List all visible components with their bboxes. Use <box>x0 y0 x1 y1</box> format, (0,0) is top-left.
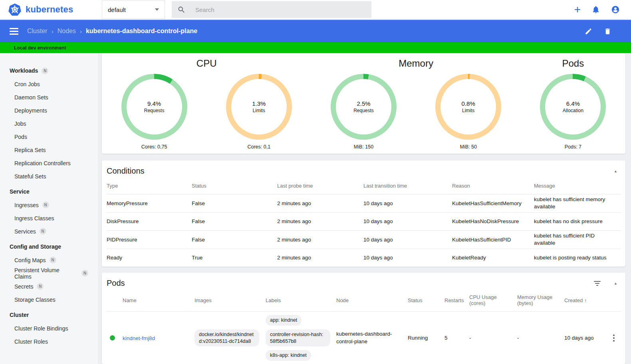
sidebar-item-label: Cluster Roles <box>14 338 48 345</box>
donut-percent: 2.5% <box>357 100 370 107</box>
sidebar-header-config-and-storage[interactable]: Config and Storage <box>0 240 98 253</box>
sidebar-item-stateful-sets[interactable]: Stateful Sets <box>0 170 98 183</box>
hamburger-icon[interactable] <box>10 28 18 35</box>
logo-text: kubernetes <box>26 4 73 15</box>
sidebar-item-replica-sets[interactable]: Replica Sets <box>0 143 98 156</box>
environment-banner: Local dev environment <box>0 42 631 53</box>
pod-name-link[interactable]: kindnet-fmj8d <box>123 335 155 341</box>
cpu-requests-donut: 9.4% Requests Cores: 0,75 <box>121 74 187 154</box>
donut-caption: MiB: 50 <box>460 144 476 150</box>
sidebar-item-daemon-sets[interactable]: Daemon Sets <box>0 91 98 104</box>
sidebar-item-label: Cron Jobs <box>14 81 40 87</box>
donut-percent: 9.4% <box>147 100 161 107</box>
sidebar-item-cluster-roles[interactable]: Cluster Roles <box>0 335 98 348</box>
search-input[interactable] <box>195 6 347 13</box>
sidebar-item-storage-classes[interactable]: Storage Classes <box>0 293 98 306</box>
condition-type: MemoryPressure <box>107 200 192 206</box>
sidebar-item-label: Persistent Volume Claims <box>14 267 78 280</box>
dropdown-caret-icon <box>155 8 159 11</box>
breadcrumb-cluster[interactable]: Cluster <box>27 28 48 35</box>
sidebar-header-label: Config and Storage <box>10 243 61 250</box>
sidebar-item-deployments[interactable]: Deployments <box>0 104 98 117</box>
condition-status: False <box>192 200 277 206</box>
cpu-limits-donut-ring: 1.3% Limits <box>226 74 292 140</box>
pods-card-title: Pods <box>107 279 125 288</box>
sidebar: Workloads N Cron Jobs Daemon Sets Deploy… <box>0 53 98 364</box>
pod-created: 10 days ago <box>564 335 607 341</box>
namespace-value: default <box>108 6 126 13</box>
sidebar-header-cluster[interactable]: Cluster <box>0 308 98 322</box>
kubernetes-logo-icon <box>8 3 22 16</box>
condition-probe-time: 2 minutes ago <box>277 237 363 243</box>
donut-percent: 1.3% <box>252 100 266 107</box>
column-header-statusdot <box>107 297 123 305</box>
kebab-menu-icon[interactable] <box>607 333 621 343</box>
sidebar-item-ingresses[interactable]: Ingresses N <box>0 198 98 212</box>
sidebar-item-services[interactable]: Services N <box>0 225 98 238</box>
search-box[interactable] <box>172 1 371 18</box>
label-chip: k8s-app: kindnet <box>266 350 311 361</box>
sidebar-item-cluster-role-bindings[interactable]: Cluster Role Bindings <box>0 322 98 335</box>
donut-label: Requests <box>353 108 374 113</box>
cpu-title: CPU <box>102 58 311 69</box>
filter-icon[interactable] <box>593 280 602 287</box>
namespace-select[interactable]: default <box>102 0 165 19</box>
column-header-created[interactable]: Created ↑ <box>564 294 607 309</box>
header-actions: + <box>574 4 620 15</box>
sidebar-item-label: Deployments <box>14 107 47 114</box>
sidebar-item-secrets[interactable]: Secrets N <box>0 280 98 293</box>
table-row: MemoryPressure False 2 minutes ago 10 da… <box>107 194 621 212</box>
sidebar-item-label: Daemon Sets <box>14 94 48 101</box>
sidebar-item-jobs[interactable]: Jobs <box>0 117 98 130</box>
namespaced-badge: N <box>37 283 44 290</box>
donut-label: Limits <box>253 108 265 113</box>
sidebar-item-workloads[interactable]: Workloads N <box>0 64 98 77</box>
sidebar-item-ingress-classes[interactable]: Ingress Classes <box>0 212 98 225</box>
namespaced-badge: N <box>50 257 56 263</box>
sidebar-item-pods[interactable]: Pods <box>0 130 98 143</box>
column-header-labels: Labels <box>266 294 336 309</box>
conditions-header-row: Type Status Last probe time Last transit… <box>107 179 621 194</box>
donut-caption: MiB: 150 <box>354 144 373 150</box>
sidebar-item-config-maps[interactable]: Config Maps N <box>0 253 98 267</box>
condition-message: kubelet has sufficient memory available <box>534 196 621 210</box>
bell-icon[interactable] <box>591 5 600 14</box>
sidebar-item-replication-controllers[interactable]: Replication Controllers <box>0 156 98 170</box>
toolbar-actions <box>585 28 611 35</box>
sidebar-header-service[interactable]: Service <box>0 185 98 198</box>
collapse-up-icon[interactable]: ▲ <box>612 280 619 287</box>
sidebar-item-label: Ingress Classes <box>14 215 54 222</box>
column-header-restarts: Restarts <box>444 294 469 309</box>
namespaced-badge: N <box>81 270 88 277</box>
allocation-overview-card: CPU 9.4% Requests Cores: 0,75 <box>102 53 625 154</box>
sidebar-item-label: Jobs <box>14 121 26 127</box>
label-chip: app: kindnet <box>266 315 302 326</box>
breadcrumb-current: kubernetes-dashboard-control-plane <box>86 28 197 35</box>
breadcrumb: Cluster › Nodes › kubernetes-dashboard-c… <box>27 28 197 35</box>
namespaced-badge: N <box>42 67 48 74</box>
create-plus-icon[interactable]: + <box>574 4 581 15</box>
column-header-actions <box>607 297 621 305</box>
sidebar-item-persistent-volume-claims[interactable]: Persistent Volume Claims N <box>0 267 98 280</box>
pod-memory-usage: - <box>517 335 564 341</box>
sidebar-item-cron-jobs[interactable]: Cron Jobs <box>0 77 98 91</box>
conditions-card-title: Conditions <box>107 166 145 176</box>
breadcrumb-nodes[interactable]: Nodes <box>58 28 76 35</box>
pods-card: Pods ▲ Name Images Labels Node Status Re… <box>102 273 625 364</box>
sidebar-item-label: Ingresses <box>14 202 39 208</box>
condition-message: kubelet has sufficient PID available <box>534 232 621 247</box>
edit-pencil-icon[interactable] <box>585 28 592 35</box>
delete-trash-icon[interactable] <box>604 28 611 35</box>
donut-caption: Cores: 0,75 <box>141 144 167 150</box>
kubernetes-logo[interactable]: kubernetes <box>8 3 102 16</box>
pods-chart-group: Pods 6.4% Allocation Pods: 7 <box>521 56 625 154</box>
condition-reason: KubeletHasSufficientMemory <box>452 200 534 206</box>
account-icon[interactable] <box>611 5 620 14</box>
pods-header-row: Name Images Labels Node Status Restarts … <box>107 291 621 311</box>
table-row: DiskPressure False 2 minutes ago 10 days… <box>107 212 621 231</box>
memory-chart-group: Memory 2.5% Requests MiB: 150 <box>311 56 520 154</box>
collapse-up-icon[interactable]: ▲ <box>612 168 619 175</box>
pods-allocation-donut: 6.4% Allocation Pods: 7 <box>540 74 606 154</box>
condition-reason: KubeletHasSufficientPID <box>452 237 534 243</box>
table-row: kindnet-fmj8d docker.io/kindest/kindnetd… <box>107 311 621 364</box>
